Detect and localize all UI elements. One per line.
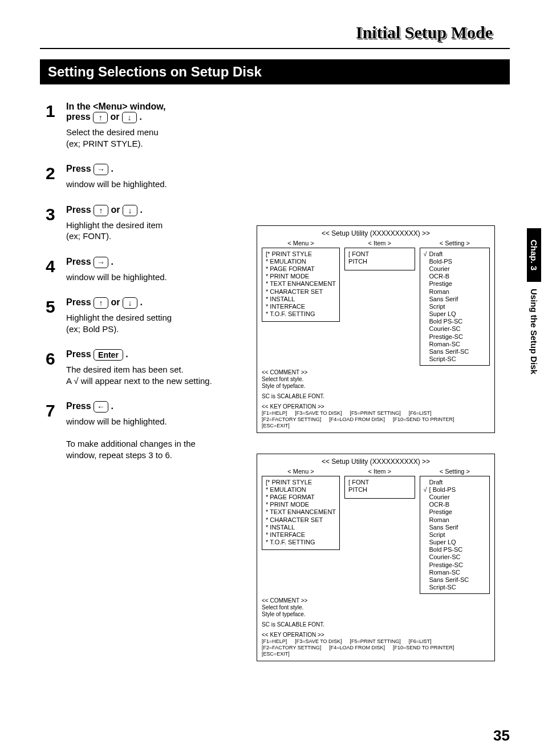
setting-label: < Setting > [420, 240, 490, 247]
fkey: [F2=FACTORY SETTING] [262, 645, 321, 651]
item-item: PITCH [348, 486, 411, 494]
menu-pane: [* PRINT STYLE* EMULATION* PAGE FORMAT* … [262, 248, 340, 322]
keycap-down: ↓ [123, 205, 137, 216]
fkey: [F3=SAVE TO DISK] [295, 410, 342, 417]
keycap-enter: Enter [94, 349, 123, 361]
comment-line: Style of typeface. [262, 611, 490, 618]
setting-item: Roman-SC [424, 341, 486, 348]
setting-item: OCR-B [424, 501, 486, 508]
setting-item: Courier-SC [424, 325, 486, 333]
menu-item: * INTERFACE [266, 531, 336, 539]
setting-item: Sans Serif-SC [424, 348, 486, 355]
setting-item: Draft [424, 479, 486, 486]
comment-label: << COMMENT >> [262, 597, 490, 604]
keycap-down: ↓ [123, 297, 137, 309]
item-pane: [ FONTPITCH [344, 476, 415, 499]
menu-item: * CHARACTER SET [266, 516, 336, 524]
fkey: [F4=LOAD FROM DISK] [329, 417, 385, 423]
step: 1In the <Menu> window,press ↑ or ↓ .Sele… [46, 102, 510, 149]
sc-note: SC is SCALABLE FONT. [262, 621, 490, 628]
menu-item: * PAGE FORMAT [266, 494, 336, 501]
fkey: [ESC=EXIT] [262, 651, 290, 657]
step-number: 1 [46, 102, 66, 121]
step-number: 7 [46, 401, 66, 421]
setting-item: Script [424, 303, 486, 310]
page-number: 35 [493, 727, 510, 745]
item-item: [ FONT [348, 479, 411, 486]
menu-pane: [* PRINT STYLE* EMULATION* PAGE FORMAT* … [262, 476, 340, 550]
menu-item: * CHARACTER SET [266, 288, 336, 296]
setting-item: OCR-B [424, 273, 486, 280]
menu-item: * TEXT ENHANCEMENT [266, 280, 336, 288]
step-number: 4 [46, 257, 66, 276]
step-heading: Press → . [66, 164, 510, 175]
screenshot-b: << Setup Utility (XXXXXXXXXX) >>< Menu >… [245, 454, 490, 673]
setting-item: √Draft [424, 250, 486, 258]
setting-item: Super LQ [424, 539, 486, 546]
rule [40, 48, 510, 49]
menu-label: < Menu > [262, 240, 340, 247]
keycap-up: ↑ [93, 112, 108, 123]
setting-item: Script [424, 531, 486, 539]
menu-item: [* PRINT STYLE [266, 250, 336, 258]
setting-item: Script-SC [424, 584, 486, 591]
step-number: 6 [46, 349, 66, 369]
fkey: [F2=FACTORY SETTING] [262, 417, 321, 423]
keycap-left: ← [94, 401, 108, 413]
menu-item: * EMULATION [266, 258, 336, 265]
fkey: [F3=SAVE TO DISK] [295, 638, 342, 645]
setting-item: √[ Bold-PS [424, 486, 486, 494]
menu-item: * PAGE FORMAT [266, 265, 336, 273]
fkey: [F5=PRINT SETTING] [350, 410, 401, 417]
fkey: [F10=SEND TO PRINTER] [393, 417, 454, 423]
fkey: [F6=LIST] [409, 410, 432, 417]
setting-item: Sans Serif-SC [424, 576, 486, 584]
keycap-right: → [94, 164, 108, 175]
item-item: PITCH [348, 258, 411, 265]
menu-item: * INTERFACE [266, 303, 336, 310]
menu-item: * PRINT MODE [266, 273, 336, 280]
setting-item: Roman-SC [424, 569, 486, 576]
item-label: < Item > [344, 240, 415, 247]
fkey: [F5=PRINT SETTING] [350, 638, 401, 645]
comment-label: << COMMENT >> [262, 369, 490, 376]
menu-label: < Menu > [262, 468, 340, 475]
menu-item: * PRINT MODE [266, 501, 336, 508]
step-heading: Press ↑ or ↓ . [66, 205, 510, 216]
setting-item: Sans Serif [424, 296, 486, 303]
setting-item: Bold PS-SC [424, 546, 486, 553]
step-number: 3 [46, 205, 66, 224]
step-note: window will be highlighted. [66, 179, 510, 190]
chapter-subtitle: Using the Setup Disk [527, 282, 541, 381]
section-title: Setting Selections on Setup Disk [40, 59, 510, 84]
keyop-label: << KEY OPERATION >> [262, 403, 490, 410]
keycap-up: ↑ [94, 297, 108, 309]
sc-note: SC is SCALABLE FONT. [262, 393, 490, 400]
fkey-row: [F1=HELP][F3=SAVE TO DISK][F5=PRINT SETT… [262, 638, 490, 657]
fkey: [F4=LOAD FROM DISK] [329, 645, 385, 651]
setting-item: Prestige-SC [424, 561, 486, 569]
menu-item: * T.O.F. SETTING [266, 310, 336, 318]
setting-item: Prestige-SC [424, 333, 486, 341]
item-pane: [ FONTPITCH [344, 248, 415, 270]
keycap-up: ↑ [94, 205, 108, 216]
fkey: [F1=HELP] [262, 638, 287, 645]
chapter-tab: Chap. 3 [527, 228, 541, 282]
fkey-row: [F1=HELP][F3=SAVE TO DISK][F5=PRINT SETT… [262, 410, 490, 428]
keycap-right: → [94, 257, 108, 268]
setting-pane: √DraftBold-PSCourierOCR-BPrestigeRomanSa… [420, 248, 490, 366]
menu-item: * TEXT ENHANCEMENT [266, 508, 336, 516]
fkey: [F1=HELP] [262, 410, 287, 417]
setting-item: Roman [424, 516, 486, 524]
mode-title: Initial Setup Mode [40, 23, 493, 42]
setting-label: < Setting > [420, 468, 490, 475]
menu-item: * INSTALL [266, 296, 336, 303]
comment-line: Select font style. [262, 604, 490, 611]
setting-item: Prestige [424, 508, 486, 516]
comment-line: Style of typeface. [262, 383, 490, 390]
setting-item: Bold-PS [424, 258, 486, 265]
setting-item: Script-SC [424, 355, 486, 363]
menu-item: * T.O.F. SETTING [266, 539, 336, 546]
setting-item: Prestige [424, 280, 486, 288]
setting-item: Courier-SC [424, 553, 486, 561]
